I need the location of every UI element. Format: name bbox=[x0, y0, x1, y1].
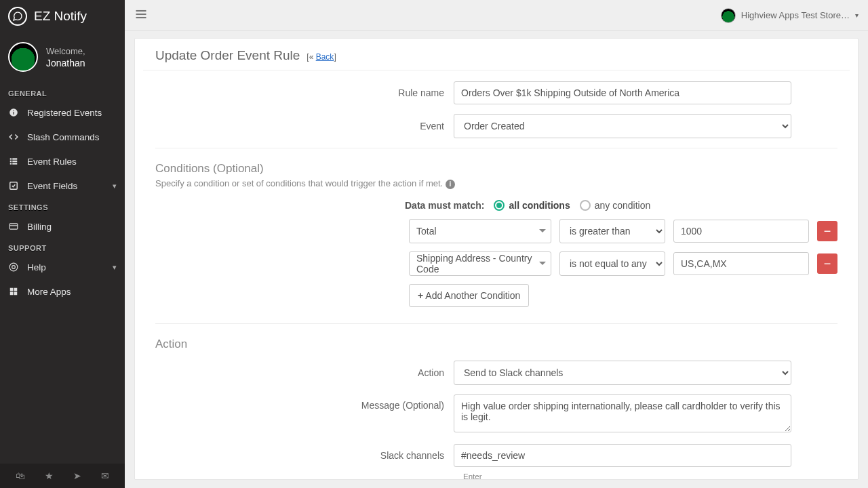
sidebar-item-label: Slash Commands bbox=[27, 132, 100, 142]
action-heading: Action bbox=[135, 333, 858, 354]
help-icon bbox=[8, 262, 19, 272]
welcome-text: Welcome, bbox=[46, 46, 85, 56]
brand-name: EZ Notify bbox=[34, 9, 87, 24]
condition-value-input[interactable] bbox=[673, 220, 809, 243]
back-prefix: [« bbox=[307, 52, 315, 62]
add-condition-button[interactable]: + Add Another Condition bbox=[409, 284, 529, 307]
radio-icon bbox=[494, 200, 505, 211]
footer-mail-icon[interactable]: ✉ bbox=[101, 470, 109, 481]
event-label: Event bbox=[135, 121, 454, 131]
radio-label: any condition bbox=[595, 200, 651, 211]
svg-rect-5 bbox=[10, 161, 12, 162]
svg-rect-3 bbox=[10, 158, 12, 159]
back-suffix: ] bbox=[334, 52, 336, 62]
channels-hint: Enter up to 3 channels separated by a co… bbox=[135, 468, 488, 480]
brand-icon bbox=[8, 7, 27, 26]
match-any-radio[interactable]: any condition bbox=[580, 200, 651, 211]
store-switcher[interactable]: Highview Apps Test Store… ▾ bbox=[721, 8, 859, 23]
brand[interactable]: EZ Notify bbox=[0, 0, 125, 33]
condition-field-select[interactable]: Shipping Address - Country Code bbox=[409, 251, 551, 276]
footer-send-icon[interactable]: ➤ bbox=[73, 470, 81, 481]
menu-toggle-icon[interactable] bbox=[134, 7, 148, 23]
card-icon bbox=[8, 221, 19, 232]
sidebar-footer: 🛍 ★ ➤ ✉ bbox=[0, 464, 125, 488]
chevron-down-icon: ▾ bbox=[855, 12, 859, 19]
check-icon bbox=[8, 180, 19, 191]
topbar: Highview Apps Test Store… ▾ bbox=[125, 0, 868, 31]
svg-rect-7 bbox=[10, 163, 12, 164]
content-card: Update Order Event Rule [« Back] Rule na… bbox=[134, 38, 859, 480]
svg-rect-1 bbox=[13, 112, 14, 115]
chevron-down-icon: ▾ bbox=[113, 263, 117, 272]
sidebar-item-more-apps[interactable]: More Apps bbox=[0, 279, 125, 304]
action-label: Action bbox=[135, 367, 454, 378]
remove-condition-button[interactable]: − bbox=[817, 221, 837, 241]
sidebar-item-billing[interactable]: Billing bbox=[0, 214, 125, 239]
info-icon[interactable]: i bbox=[446, 180, 455, 189]
sidebar: EZ Notify Welcome, Jonathan GENERAL Regi… bbox=[0, 0, 125, 488]
channels-label: Slack channels bbox=[135, 450, 454, 461]
radio-label: all conditions bbox=[509, 200, 570, 211]
divider bbox=[155, 323, 837, 324]
svg-rect-2 bbox=[13, 110, 14, 111]
store-avatar bbox=[721, 8, 736, 23]
svg-rect-10 bbox=[9, 224, 18, 229]
sidebar-item-label: Event Fields bbox=[27, 181, 77, 191]
svg-rect-17 bbox=[14, 292, 18, 296]
svg-point-12 bbox=[9, 263, 18, 271]
condition-row: Shipping Address - Country Code is not e… bbox=[135, 251, 858, 284]
sidebar-item-registered-events[interactable]: Registered Events bbox=[0, 100, 125, 125]
back-link[interactable]: Back bbox=[316, 52, 334, 62]
page-title: Update Order Event Rule bbox=[155, 48, 300, 63]
username: Jonathan bbox=[46, 58, 85, 68]
divider bbox=[155, 148, 837, 148]
sidebar-item-event-fields[interactable]: Event Fields ▾ bbox=[0, 174, 125, 198]
condition-row: Total is greater than − bbox=[135, 219, 858, 251]
sidebar-item-slash-commands[interactable]: Slash Commands bbox=[0, 125, 125, 149]
svg-rect-16 bbox=[10, 292, 14, 296]
sidebar-item-help[interactable]: Help ▾ bbox=[0, 255, 125, 279]
sidebar-item-label: Billing bbox=[27, 222, 52, 232]
channels-input[interactable] bbox=[454, 444, 791, 467]
back-link-container: [« Back] bbox=[307, 52, 336, 62]
footer-bag-icon[interactable]: 🛍 bbox=[16, 470, 25, 481]
condition-op-select[interactable]: is not equal to any bbox=[559, 251, 665, 276]
conditions-subtext: Specify a condition or set of conditions… bbox=[135, 178, 858, 199]
avatar[interactable] bbox=[8, 42, 38, 72]
svg-point-13 bbox=[12, 266, 16, 269]
svg-rect-14 bbox=[10, 288, 14, 291]
section-settings: SETTINGS bbox=[0, 198, 125, 214]
list-icon bbox=[8, 156, 19, 167]
grid-icon bbox=[8, 286, 19, 297]
message-textarea[interactable] bbox=[454, 394, 791, 432]
sidebar-item-label: Registered Events bbox=[27, 108, 102, 118]
event-select[interactable]: Order Created bbox=[454, 114, 791, 138]
footer-star-icon[interactable]: ★ bbox=[45, 470, 54, 481]
condition-op-select[interactable]: is greater than bbox=[559, 219, 665, 243]
condition-field-select[interactable]: Total bbox=[409, 219, 551, 243]
rule-name-input[interactable] bbox=[454, 81, 791, 104]
rule-name-label: Rule name bbox=[135, 87, 454, 98]
section-general: GENERAL bbox=[0, 84, 125, 100]
remove-condition-button[interactable]: − bbox=[817, 253, 837, 274]
match-label: Data must match: bbox=[405, 200, 484, 211]
profile: Welcome, Jonathan bbox=[0, 33, 125, 84]
sidebar-item-label: More Apps bbox=[27, 287, 71, 297]
code-icon bbox=[8, 131, 19, 142]
sidebar-item-event-rules[interactable]: Event Rules bbox=[0, 149, 125, 174]
store-name: Highview Apps Test Store… bbox=[741, 10, 850, 20]
match-row: Data must match: all conditions any cond… bbox=[135, 199, 858, 219]
sidebar-item-label: Event Rules bbox=[27, 157, 77, 167]
svg-rect-6 bbox=[12, 161, 17, 162]
svg-rect-4 bbox=[12, 158, 17, 159]
action-select[interactable]: Send to Slack channels bbox=[454, 361, 791, 385]
match-all-radio[interactable]: all conditions bbox=[494, 200, 570, 211]
section-support: SUPPORT bbox=[0, 239, 125, 255]
svg-rect-15 bbox=[14, 288, 18, 291]
message-label: Message (Optional) bbox=[135, 394, 454, 411]
svg-rect-8 bbox=[12, 163, 17, 164]
sidebar-item-label: Help bbox=[27, 262, 46, 272]
condition-value-input[interactable] bbox=[673, 252, 809, 275]
info-icon bbox=[8, 107, 19, 118]
chevron-down-icon: ▾ bbox=[113, 182, 117, 190]
